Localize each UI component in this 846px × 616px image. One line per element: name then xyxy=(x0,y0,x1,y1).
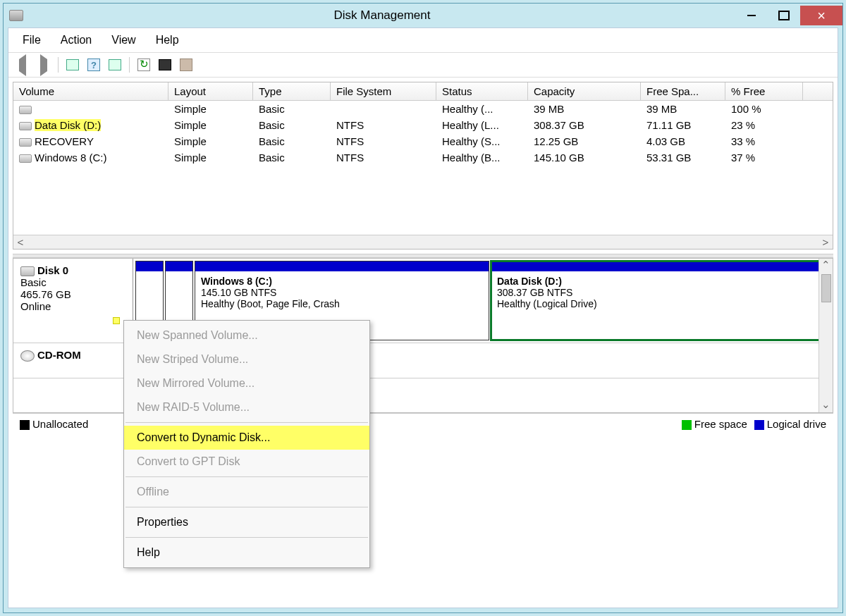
context-menu-separator xyxy=(125,422,368,423)
cm-convert-dynamic-disk[interactable]: Convert to Dynamic Disk... xyxy=(124,426,369,450)
legend-unallocated-label: Unallocated xyxy=(32,418,88,430)
cell-pct: 37 % xyxy=(725,151,803,164)
legend-logical-label: Logical drive xyxy=(767,418,826,430)
cdrom-info[interactable]: CD-ROM xyxy=(13,343,133,378)
tree-icon xyxy=(66,59,79,70)
cm-properties[interactable]: Properties xyxy=(124,510,369,534)
scroll-thumb[interactable] xyxy=(821,274,831,302)
col-type[interactable]: Type xyxy=(253,82,331,100)
window-title: Disk Management xyxy=(29,8,735,23)
volume-list: Volume Layout Type File System Status Ca… xyxy=(13,82,833,250)
cell-layout: Simple xyxy=(168,118,253,132)
context-menu-separator xyxy=(125,507,368,507)
cell-status: Healthy (S... xyxy=(436,135,528,148)
legend-free-label: Free space xyxy=(694,418,747,430)
menu-action[interactable]: Action xyxy=(51,31,102,49)
menu-help[interactable]: Help xyxy=(146,31,189,49)
close-button[interactable]: × xyxy=(800,6,842,25)
toolbar: ? xyxy=(8,53,838,78)
volume-row[interactable]: SimpleBasicHealthy (...39 MB39 MB100 % xyxy=(13,101,833,117)
volume-list-body: SimpleBasicHealthy (...39 MB39 MB100 %Da… xyxy=(13,101,833,235)
show-hide-tree-button[interactable] xyxy=(63,56,82,74)
partition-status: Healthy (Logical Drive) xyxy=(497,298,597,309)
cell-free: 53.31 GB xyxy=(641,151,725,164)
cell-pct: 100 % xyxy=(725,102,803,116)
scroll-right-button[interactable]: > xyxy=(819,236,833,248)
disk-0-type: Basic xyxy=(20,276,125,288)
cell-fs xyxy=(331,102,436,116)
cell-free: 4.03 GB xyxy=(641,135,725,148)
col-capacity[interactable]: Capacity xyxy=(528,82,641,100)
cdrom-title: CD-ROM xyxy=(37,349,81,361)
cm-new-mirrored-volume: New Mirrored Volume... xyxy=(124,371,369,395)
horizontal-scrollbar[interactable]: < > xyxy=(13,235,833,249)
disk-0-size: 465.76 GB xyxy=(20,288,125,300)
legend-swatch-unallocated xyxy=(20,420,30,430)
menu-file[interactable]: File xyxy=(13,31,51,49)
partition-size: 308.37 GB NTFS xyxy=(497,287,572,298)
partition-title: Windows 8 (C:) xyxy=(201,276,272,287)
cell-type: Basic xyxy=(253,102,331,116)
rescan-button[interactable] xyxy=(155,56,175,74)
cell-status: Healthy (L... xyxy=(436,118,528,132)
volume-list-header: Volume Layout Type File System Status Ca… xyxy=(13,82,833,101)
minimize-button[interactable] xyxy=(735,6,768,25)
col-volume[interactable]: Volume xyxy=(13,82,168,100)
col-filesystem[interactable]: File System xyxy=(331,82,436,100)
cell-type: Basic xyxy=(253,118,331,132)
scroll-left-button[interactable]: < xyxy=(13,236,27,248)
partition-title: Data Disk (D:) xyxy=(497,276,562,287)
window-controls: × xyxy=(735,6,842,25)
back-button[interactable] xyxy=(13,56,32,74)
cell-type: Basic xyxy=(253,151,331,164)
forward-button[interactable] xyxy=(34,56,54,74)
cell-layout: Simple xyxy=(168,135,253,148)
cell-capacity: 145.10 GB xyxy=(528,151,641,164)
cell-pct: 23 % xyxy=(725,118,803,132)
context-menu-anchor xyxy=(113,317,120,324)
arrow-left-icon xyxy=(19,59,26,71)
settings-button[interactable] xyxy=(176,56,196,74)
cell-capacity: 12.25 GB xyxy=(528,135,641,148)
maximize-button[interactable] xyxy=(768,6,800,25)
titlebar[interactable]: Disk Management × xyxy=(4,4,842,27)
scroll-up-button[interactable]: ⌃ xyxy=(819,259,833,273)
legend-swatch-logical xyxy=(754,420,764,430)
volume-row[interactable]: Windows 8 (C:)SimpleBasicNTFSHealthy (B.… xyxy=(13,149,833,166)
cell-status: Healthy (... xyxy=(436,102,528,116)
disk-0-info[interactable]: Disk 0 Basic 465.76 GB Online xyxy=(13,259,133,343)
volume-name: Windows 8 (C:) xyxy=(35,152,107,164)
cell-type: Basic xyxy=(253,135,331,148)
col-percent-free[interactable]: % Free xyxy=(725,82,803,100)
partition-size: 145.10 GB NTFS xyxy=(201,287,276,298)
cell-status: Healthy (B... xyxy=(436,151,528,164)
vertical-scrollbar[interactable]: ⌃ ⌄ xyxy=(819,259,833,412)
cm-help[interactable]: Help xyxy=(124,541,369,565)
cell-layout: Simple xyxy=(168,151,253,164)
drive-icon xyxy=(19,122,32,130)
legend-swatch-free xyxy=(682,420,692,430)
cell-pct: 33 % xyxy=(725,135,803,148)
context-menu: New Spanned Volume... New Striped Volume… xyxy=(123,320,370,568)
volume-row[interactable]: RECOVERYSimpleBasicNTFSHealthy (S...12.2… xyxy=(13,133,833,149)
toolbar-divider xyxy=(58,57,59,73)
toolbar-divider xyxy=(129,57,130,73)
help-button[interactable]: ? xyxy=(84,56,104,74)
context-menu-separator xyxy=(125,476,368,477)
cell-free: 71.11 GB xyxy=(641,118,725,132)
list-icon xyxy=(109,59,121,70)
menu-view[interactable]: View xyxy=(102,31,145,49)
cell-fs: NTFS xyxy=(331,118,436,132)
col-free-space[interactable]: Free Spa... xyxy=(641,82,725,100)
scroll-down-button[interactable]: ⌄ xyxy=(819,398,833,412)
disk-0-status: Online xyxy=(20,300,125,312)
partition-data-disk-d[interactable]: Data Disk (D:) 308.37 GB NTFS Healthy (L… xyxy=(491,261,830,340)
refresh-button[interactable] xyxy=(134,56,154,74)
cell-fs: NTFS xyxy=(331,135,436,148)
volume-row[interactable]: Data Disk (D:)SimpleBasicNTFSHealthy (L.… xyxy=(13,117,833,133)
cell-capacity: 39 MB xyxy=(528,102,641,116)
volume-name: RECOVERY xyxy=(35,135,94,147)
col-layout[interactable]: Layout xyxy=(168,82,253,100)
action-list-button[interactable] xyxy=(105,56,125,74)
col-status[interactable]: Status xyxy=(436,82,528,100)
